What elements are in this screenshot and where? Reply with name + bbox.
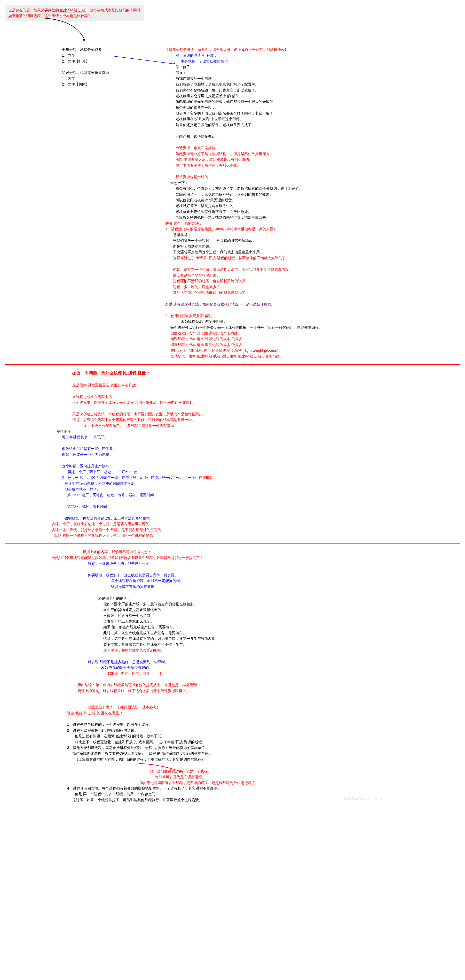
ex6: 像电脑城的里面配电脑的老板，他们都是有一个很大的仓库的。 [176,99,460,104]
think5: 老板就要要把这些零件拆下来了，在放回原处。 [176,209,460,215]
q1-ex1: 可以将进程 比作 一个工厂。 [62,434,460,440]
q1-ex6: 最终生产1w台电脑，所花费的时间都差不多。 [65,481,460,486]
right-blue2: 本身就是一个比较低效的操作 [181,59,460,64]
ex-title: 举个例子： [176,64,460,70]
q1-p1: 这是因为 进程重量重在 资源的申请释放。 [72,382,460,388]
think1: 总会有那么几个奇葩人，前面说了要，老板把所有的部件都找到，并且装好了。 [176,186,460,191]
q1-c2: 多建一条生产线，就好比多创建一个 线程，是不要占用额外的空间的。 [52,527,460,533]
q1-ex5b-tag: 【一个生产线5k】 [184,476,214,480]
solve1-meaning: 意思就是： [173,232,460,237]
q2-ext: 还是那个厂的例子： [98,595,460,601]
destroy-item2: 2、文件【关闭】 [62,81,165,87]
q3-arrow2: 此时就可以视为是在调度进程。 [155,774,460,780]
q1-ex3: 例如：压盛传一个 1 万台电脑。 [62,452,460,457]
create-item2: 2、文件【打开】 [62,59,165,64]
q1-ex4: 这个时候，要向提升生产效率： [62,463,460,469]
right-low-eff: 【操作进程数量少，就几个，那无伤大雅。但上成百上千过万，那就很低效】 [165,47,460,52]
q2-t2: 既然我们创建线程也能够提高效率，那我能不能多创建几个线程，效率是不是就进一步提高… [52,555,460,560]
q2-b3: 这就拖慢了整体的执行速度。 [111,584,460,590]
q2-ex9: 这个时候，整体的效率也会受到影响。 [103,648,460,653]
q1-ex-title: 举个例子： [57,428,460,434]
redb1-2: 虽然资源都分好了类（数据结构），但是架不住数据量庞大。 [176,151,460,157]
think2: 拿回家用了一下，感觉这电脑不得劲，达不到他想要的效果。 [176,191,460,197]
divider3 [5,699,460,699]
q2-ex4: 负责装车的工人也就那么几个。 [103,619,460,624]
q2-ex2: 而生产的货物肯定是需要装箱运走的。 [103,607,460,612]
q2-so2: 因为 整体的硬件资源是有限的。 [101,665,460,670]
destroy-item1: 1、内存 [62,76,165,81]
ex7: 每个类型的都放在一起， [176,105,460,110]
q2-t1: 根据上述的内容，我们可不可以这么去想： [83,549,460,555]
solve2-1: 每个进程可以执行一个任务，每一个线程也能执行一个任务（执行一段代码），也能并发编… [170,325,460,330]
q1-p4: 只是说创建进程的第一个线程的时候，由于要分配的资源，所以成本是相对较高的。 [72,411,460,417]
q3-p4: 4、进程具有独立性。每个进程都有着各自的虚拟地址空间。一个进程挂了，其它进程不受… [67,785,460,791]
top-warning-note: 但是存在问题：如果需要频繁的创建 / 销毁 进程，这个事情成本是比较高的！同时 … [5,5,144,21]
redb1-3: 所以 申请资源之后，拿到资源是没有那么快的。 [176,157,460,162]
solve1-conclude: 所以 进程池这种方法，如果是资源紧张的情况下，是不适合使用的。 [165,301,460,307]
ex10: 如果你还指定了其他的部件，老板就又要去找了。 [176,122,460,128]
ex1: 假设： [176,70,460,75]
note-text: 但是存在问题：如果需要频繁的 [8,8,59,12]
ex5: 老板就得去仓库里去找配置单上 的 部件。 [176,93,460,99]
q3-p2-1: 但是进程有问题，在频繁 创建/销毁 的时候，效率干低。 [75,733,460,739]
q1-ex10: 很明显第一种方法的开销 远比 第二种方法的开销更大。 [65,515,460,521]
q1-p5: 但是，后续这个进程中在创建其他线程的时候，这时候的成本都是要低一些。 [72,417,460,423]
q3-sub: 谈谈 线程 和 进程 的 区别在哪里？ [67,710,460,716]
q3-p4-2: 这时候，如果一个线程挂掉了，可能影响其他线程执行，甚至导致整个进程崩溃。 [72,797,460,803]
q1-p6: 而且 不会再分配资源了。【多线程之间共用一份进程资源】 [83,423,460,428]
q1-title: 抛出一个问题：为什么线程 比 进程 轻量？ [72,370,460,377]
solve1-but4: 进程一多，吃的资源也就多了。 [173,284,460,290]
redb1-4: 即：申请资源这个操作并没有那么高效。 [176,162,460,168]
solve1-but5: 其他正在使用的进程所能调用的资源也就少了。 [173,290,460,295]
ex8: 但是呢！它多啊！假设我们点名要某个牌子内存，非它不要！ [176,110,460,116]
ex4: 我们觉得不是很坑钱，性价比也蛮高，所以就要了。 [176,88,460,93]
think4: 老板只好答应，毕竟是写在服务中的。 [176,203,460,208]
q2-c2: 硬件上的限制。所以线程虽好，但不适合太多（除非硬件资源跟得上）。 [78,688,460,694]
q2-ex7: 但是，第二条生产线是装不了的，因为出货口，被第一条生产线所占用。 [103,636,460,641]
solve2-4: 调度线程的成本 也比 调度进程的成本 低很多。 [170,342,460,348]
solve2-3: 销毁线程的成本 也比 销毁进程的成本 低很多。 [170,336,460,342]
solve1-2: 而是将它放到池里面去。 [173,243,460,249]
think3: 所以他就向老板请求7天无理由退货。 [176,197,460,203]
q2-c1: 得出结论：第二种增加线程虽然可以有效的提高效率，但是也是一样会受到 [78,682,460,688]
q3-p3-2c: ，但更准确的说，其实是调度的线程） [144,757,205,761]
solve2-5: 在linux 上 也把 线程 称为 轻量级进程（LWP – light weig… [170,348,460,353]
q3-p4-1: 但是 同一个进程中的多个线程，共用一个内存空间。 [75,791,460,797]
q3-arrow1: 只不过前面讲的进程只包含一个线程。 [150,768,460,774]
think6: 老板就又得去仓库一趟，找到原来的位置，把部件放回去。 [176,215,460,220]
think-title: 试想一下： [170,180,460,186]
redb1-1: 申请资源，也就和这类似。 [176,145,460,151]
q1-ex8: 第一种：建厂，买地皮，建造，装修，器材、需要时间 [67,492,460,498]
q2-so3: 【CPU、内存、外存，网速 . . . . .】 [106,671,460,676]
q2-ex1: 假如：那个厂的生产线一多，意味着生产的货物也就越多。 [103,601,460,607]
q2-ex3: 再假设：如果只有一个出货口。 [103,613,460,619]
q2-so1: 所以说 线程不是越多越好，总是会受到一些限制。 [88,659,460,665]
q3-p3: 3、操作系统创建进程，就需要给进程分配资源。进程 是 操作系统分配资源的基本单位… [67,745,460,751]
solve1-but1: 但是！仍存在一个问题：资源消耗太多了。由于我们并不是将资源真的释 [173,267,460,272]
note-line2: 如果频繁的调度进程，这个事情的成本也是比较高的！ [8,14,95,18]
q1-ex9: 第二种：器材、需要时间 [67,504,460,509]
solve2: 2、使用线程来实现并发编程。 [165,313,460,319]
q3-p3-1: 操作系统创建进程，就要要在CPU上调度执行，线程 是 操作系统调度执行的基本单位… [72,751,460,756]
q1-p2: 而线程是包含在进程中的。 [72,394,460,399]
solve1-but2: 放，而是换个地方存储起来。 [173,272,460,278]
ex9: 老板就得在"茫茫大海"中去帮找这个部件。 [176,116,460,122]
ex11: 可想而知，这得这多费劲！ [176,134,460,139]
q2-ex6: 此时，第二条生产线也完成了生产任务，需要装车。 [103,630,460,636]
q1-c3: 【因为在同一个进程里的多线程之间，是共用同一个进程的资源】 [52,533,460,538]
q1-c1: 多建一个厂，就好比多创建一个进程。是意要占用大量资源的。 [52,521,460,527]
q1-ex2: 假设这个工厂是有一些生产任务。 [62,446,460,452]
q3-p2-2: 相比之下，线程更轻量，创建和释放 的 效率更高。（少了申请/释放 资源的过程） [75,739,460,745]
solve1: 1、进程池（与 数据库连接池、Java的字符串常量池都是一类的东西） [165,226,460,232]
q2-b2: 每个线程都在抢资源，而且不一定能抢的到。 [111,578,460,584]
solve-title: 解决 这个问题的方法： [165,220,460,226]
q2-ex8: 装不了车，意味着第二条生产线就不得不停止生产。 [103,642,460,648]
create-item1: 1、内存 [62,52,165,58]
solve1-1: 当我们释放一个进程时，并不是真的将它资源释放。 [173,238,460,243]
q3-p3-2a: （上篇博客讲的时间管理，我们谈的是 [75,757,136,761]
q3-arrow3: 但如果进程里面有多个线程，更严谨的说法：还是以线程为单位进行调度。 [140,780,460,786]
destroy-title: 销毁进程，也就需要释放资源 [62,70,165,75]
q2-ans: 答案：一般来说是会的，但是也不一定！ [88,560,460,566]
note-boxed: 创建 / 销毁 进程 [59,8,86,13]
q3-p1: 1、进程是包含线程的，一个进程里可以有多个线程。 [67,722,460,727]
